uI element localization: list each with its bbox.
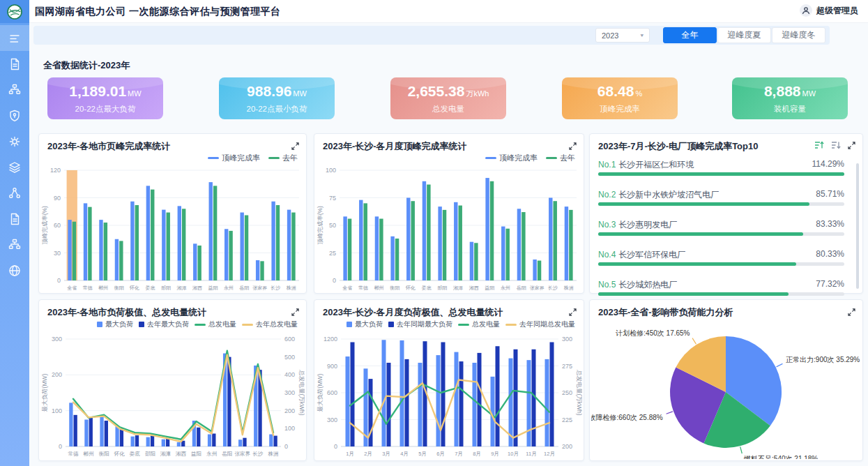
share-nodes-icon: [8, 186, 22, 200]
svg-text:0: 0: [57, 277, 61, 284]
sidebar-item-layers[interactable]: [0, 154, 29, 180]
stat-card-installed-capacity: 8,888MW 装机容量: [732, 77, 848, 119]
legend-label: 总发电量: [208, 320, 236, 329]
top10-value: 80.33%: [816, 249, 844, 259]
svg-text:总发电量(万kWh): 总发电量(万kWh): [576, 369, 582, 415]
stat-value: 8,888MW: [732, 83, 848, 102]
svg-text:10月: 10月: [508, 451, 519, 457]
legend-item[interactable]: 最大负荷: [347, 320, 383, 329]
chevron-down-icon: ▾: [640, 33, 644, 38]
svg-text:7月: 7月: [455, 451, 463, 457]
legend-label: 去年最大负荷: [147, 320, 189, 329]
svg-text:湘潭: 湘潭: [177, 285, 187, 291]
chart-title: 2023年-各地市负荷极值、总发电量统计: [47, 306, 206, 319]
legend-item[interactable]: 顶峰完成率: [208, 153, 260, 163]
sort-ascending-icon[interactable]: [814, 140, 824, 152]
svg-text:长沙: 长沙: [271, 285, 280, 291]
svg-text:5月: 5月: [418, 451, 427, 457]
sidebar-item-shield[interactable]: [0, 103, 29, 128]
sidebar-item-org-chart[interactable]: [0, 77, 29, 103]
legend-item[interactable]: 去年: [546, 153, 575, 163]
svg-text:益阳: 益阳: [485, 285, 494, 291]
period-button-winter-peak[interactable]: 迎峰度冬: [772, 27, 825, 43]
legend: 顶峰完成率去年: [208, 153, 298, 163]
sidebar-item-share-nodes[interactable]: [0, 180, 29, 206]
sidebar-item-org-chart-2[interactable]: [0, 232, 29, 257]
period-button-summer-peak[interactable]: 迎峰度夏: [717, 27, 771, 43]
svg-text:30: 30: [54, 250, 61, 257]
top10-rank: No.4: [598, 250, 616, 260]
legend-item[interactable]: 顶峰完成率: [485, 153, 538, 163]
legend-swatch: [388, 322, 394, 327]
sidebar-item-menu[interactable]: [0, 25, 29, 51]
top10-scrollbar[interactable]: [856, 163, 859, 289]
city-peak-bar-chart: 0306090120全省常德郴州衡阳怀化娄底邵阳湘潭湘西益阳永州岳阳张家界长沙株…: [40, 166, 305, 293]
expand-icon[interactable]: [848, 140, 855, 152]
card-city-load-chart: 2023年-各地市负荷极值、总发电量统计 最大负荷去年最大负荷总发电量去年总发电…: [38, 299, 307, 461]
svg-text:200: 200: [562, 443, 572, 450]
top10-row: No.2长沙新中水铁炉坡沼气电厂85.71%: [598, 185, 844, 215]
user-menu[interactable]: 超级管理员: [800, 4, 858, 17]
legend-item[interactable]: 去年: [268, 153, 298, 163]
svg-text:郴州: 郴州: [98, 285, 108, 290]
svg-text:永州: 永州: [206, 451, 217, 457]
chart-title: 2023年-各地市页峰完成率统计: [47, 140, 170, 153]
expand-icon[interactable]: [291, 140, 299, 153]
stat-label: 20-22点最大负荷: [47, 104, 163, 114]
expand-icon[interactable]: [569, 306, 577, 319]
sidebar-item-document-2[interactable]: [0, 206, 29, 232]
svg-text:300: 300: [284, 389, 295, 396]
svg-text:1200: 1200: [323, 336, 337, 343]
legend-item[interactable]: 去年同期总发电量: [505, 320, 575, 329]
svg-text:怀化: 怀化: [114, 451, 125, 457]
period-button-all-year[interactable]: 全年: [663, 27, 717, 43]
header: 国网湖南省电力公司 一次能源综合评估与预测管理平台 超级管理员: [0, 0, 868, 23]
legend-label: 去年: [282, 153, 298, 163]
sidebar-item-document[interactable]: [0, 51, 29, 77]
sidebar-item-gear[interactable]: [0, 128, 29, 154]
legend-item[interactable]: 总发电量: [195, 320, 236, 329]
svg-text:湘潭: 湘潭: [453, 285, 463, 291]
app-root: 国网湖南省电力公司 一次能源综合评估与预测管理平台 超级管理员 2023 ▾ 全…: [0, 0, 868, 466]
card-top10-list: 2023年-7月-长沙-电厂顶峰完成率Top10 No.1长沙开福区仁和环境11…: [589, 133, 863, 294]
svg-text:200: 200: [52, 371, 62, 378]
card-changsha-load-chart: 2023年-长沙-各月度负荷极值、总发电量统计 最大负荷去年同期最大负荷总发电量…: [314, 299, 584, 461]
legend-item[interactable]: 去年同期最大负荷: [388, 320, 452, 329]
globe-icon: [8, 264, 22, 278]
sidebar-item-globe-2[interactable]: [0, 257, 29, 283]
legend-item[interactable]: 去年总发电量: [242, 320, 298, 329]
chart-title: 2023年-全省-影响带负荷能力分析: [598, 306, 733, 319]
svg-text:郴州: 郴州: [374, 285, 384, 290]
top10-progress-fill: [598, 232, 803, 236]
legend-swatch: [208, 157, 219, 159]
svg-text:1月: 1月: [346, 451, 354, 457]
svg-text:0: 0: [334, 443, 337, 450]
svg-text:400: 400: [284, 371, 295, 378]
app-logo: [0, 0, 29, 23]
sort-descending-icon[interactable]: [831, 140, 841, 152]
top10-progress-track: [598, 292, 844, 296]
legend-label: 去年同期最大负荷: [397, 320, 452, 329]
gear-icon: [8, 135, 22, 149]
legend-item[interactable]: 最大负荷: [97, 320, 133, 329]
menu-icon: [8, 31, 22, 45]
svg-text:50: 50: [329, 222, 336, 229]
legend-item[interactable]: 去年最大负荷: [139, 320, 189, 329]
legend: 最大负荷去年同期最大负荷总发电量去年同期总发电量: [347, 320, 575, 329]
svg-text:275: 275: [562, 363, 572, 370]
svg-text:全省: 全省: [342, 285, 352, 291]
expand-icon[interactable]: [569, 140, 577, 153]
top10-progress-fill: [598, 292, 789, 296]
svg-text:张家界: 张家界: [235, 451, 251, 457]
svg-text:邵阳: 邵阳: [437, 285, 447, 291]
svg-text:湘西: 湘西: [175, 451, 186, 457]
expand-icon[interactable]: [291, 306, 299, 319]
stat-unit: MW: [128, 89, 142, 98]
city-load-combo-chart: 01002003000100200300400500600常德郴州衡阳怀化娄底邵…: [40, 333, 305, 459]
legend-label: 去年同期总发电量: [519, 320, 575, 329]
year-select[interactable]: 2023 ▾: [595, 28, 650, 43]
stat-value: 988.96MW: [219, 83, 335, 102]
top10-plant-name: 长沙新中水铁炉坡沼气电厂: [618, 190, 719, 200]
expand-icon[interactable]: [848, 306, 855, 319]
legend-item[interactable]: 总发电量: [458, 320, 500, 329]
